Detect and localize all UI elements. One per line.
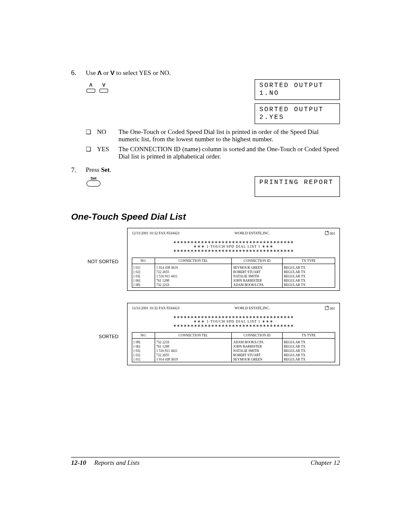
lcd-display-1: SORTED OUTPUT 1.NO [255,79,340,100]
side-label-not-sorted: NOT SORTED [71,228,127,264]
cell-no: [ 06] [132,279,155,283]
title-mid: ∗∗∗ 1-TOUCH SPD DIAL LIST 1 ∗∗∗ [132,244,335,249]
report-pageno: 001 [325,306,335,311]
cell-tx: REGULAR TX [282,358,335,362]
down-button[interactable]: V [100,81,108,93]
text: . [109,166,111,173]
cell-id: ROBERT STUART [231,353,282,358]
table-row: [ 06]761 1298JOHN BARRISTERREGULAR TX [132,279,335,283]
cell-id: ROBERT STUART [231,270,282,274]
col-id: CONNECTION ID [231,258,282,264]
cell-no: [ 01] [132,358,155,362]
up-button[interactable]: Λ [87,81,95,93]
star-line: ∗∗∗∗∗∗∗∗∗∗∗∗∗∗∗∗∗∗∗∗∗∗∗∗∗∗∗∗∗∗∗∗∗∗∗ [132,324,335,328]
cell-tx: REGULAR TX [282,349,335,353]
report-sorted: SORTED 12/31/2001 10:32 FAX 8334423 WORL… [71,303,340,366]
option-key: NO [97,128,118,143]
page-icon [325,231,329,236]
report-table: NO. CONNECTION TEL CONNECTION ID TX TYPE… [132,332,335,362]
cell-no: [ 08] [132,340,155,345]
table-row: [ 03]1 516 911 4411NATALIE SMITHREGULAR … [132,349,335,353]
text: or [102,69,110,76]
set-button[interactable]: Set [71,176,100,187]
page-footer: 12-10 Reports and Lists Chapter 12 [71,457,340,467]
up-glyph: Λ [97,69,102,76]
lcd-line: 1.NO [259,90,335,97]
cell-no: [ 08] [132,283,155,287]
title-mid: ∗∗∗ 1-TOUCH SPD DIAL LIST 1 ∗∗∗ [132,319,335,324]
text: Press [86,166,101,173]
cell-tx: REGULAR TX [282,279,335,283]
cell-tel: 1 516 911 4411 [155,349,232,353]
bold-text: Set [101,166,109,173]
lcd-line: SORTED OUTPUT [259,82,335,90]
star-line: ∗∗∗∗∗∗∗∗∗∗∗∗∗∗∗∗∗∗∗∗∗∗∗∗∗∗∗∗∗∗∗∗∗∗∗ [132,315,335,319]
cell-id: JOHN BARRISTER [231,279,282,283]
lcd-line: PRINTING REPORT [259,179,335,187]
step-7: 7. Press Set. [71,166,340,174]
option-yes: ❏ YES The CONNECTION ID (name) column is… [86,146,340,160]
cell-no: [ 01] [132,266,155,270]
cell-tel: 722 2655 [155,270,232,274]
footer-left: 12-10 Reports and Lists [71,459,140,467]
set-button-icon [87,180,100,187]
table-header: NO. CONNECTION TEL CONNECTION ID TX TYPE [132,333,335,339]
cell-tel: 761 1298 [155,279,232,283]
cell-tx: REGULAR TX [282,353,335,358]
down-glyph: V [110,69,115,76]
text: Use [86,69,97,76]
table-row: [ 01]1 914 438 3619SEYMOUR GREENREGULAR … [132,358,335,362]
cell-tx: REGULAR TX [282,340,335,345]
col-tel: CONNECTION TEL [155,258,232,264]
col-tel: CONNECTION TEL [155,333,232,339]
footer-chapter: Chapter 12 [311,459,340,467]
lcd-display-2: SORTED OUTPUT 2.YES [255,103,340,124]
report-timestamp: 12/31/2001 10:32 FAX 8334423 [132,231,180,236]
table-row: [ 03]1 516 911 4411NATALIE SMITHREGULAR … [132,274,335,279]
option-text: The One-Touch or Coded Speed Dial list i… [118,128,340,143]
side-label-sorted: SORTED [71,303,127,339]
lcd-display-3: PRINTING REPORT [255,176,340,197]
col-tx: TX TYPE [282,333,335,339]
report-title: ∗∗∗∗∗∗∗∗∗∗∗∗∗∗∗∗∗∗∗∗∗∗∗∗∗∗∗∗∗∗∗∗∗∗∗ ∗∗∗ … [132,240,335,253]
cell-id: NATALIE SMITH [231,349,282,353]
option-no: ❏ NO The One-Touch or Coded Speed Dial l… [86,128,340,143]
bullet-icon: ❏ [86,146,97,160]
cell-id: NATALIE SMITH [231,274,282,279]
cell-tx: REGULAR TX [282,345,335,349]
options-block: ❏ NO The One-Touch or Coded Speed Dial l… [86,128,340,160]
table-row: [ 08]732 2233ADAM BOOKS.CPAREGULAR TX [132,340,335,345]
cell-tel: 722 2655 [155,353,232,358]
step-number: 6. [71,69,86,77]
cell-id: ADAM BOOKS.CPA [231,340,282,345]
table-header: NO. CONNECTION TEL CONNECTION ID TX TYPE [132,258,335,264]
step-text: Press Set. [86,166,340,174]
report-pageno: 001 [325,231,335,236]
cell-tel: 1 914 438 3619 [155,266,232,270]
cell-tx: REGULAR TX [282,270,335,274]
cell-tel: 732 2233 [155,340,232,345]
step-6: 6. Use Λ or V to select YES or NO. [71,69,340,77]
table-row: [ 06]761 1298JOHN BARRISTERREGULAR TX [132,345,335,349]
option-text: The CONNECTION ID (name) column is sorte… [118,146,340,160]
set-button-label: Set [87,176,100,180]
cell-no: [ 03] [132,349,155,353]
cell-id: SEYMOUR GREEN [231,266,282,270]
cell-tx: REGULAR TX [282,274,335,279]
arrow-buttons: Λ V [71,79,108,93]
step6-row: Λ V SORTED OUTPUT 1.NO SORTED OUTPUT 2.Y… [71,79,340,124]
report-printout-2: 12/31/2001 10:32 FAX 8334423 WORLD ESTAT… [127,303,340,366]
cell-tel: 761 1298 [155,345,232,349]
chevron-up-icon: Λ [89,82,92,87]
page-icon [325,306,329,311]
cell-id: JOHN BARRISTER [231,345,282,349]
report-table: NO. CONNECTION TEL CONNECTION ID TX TYPE… [132,258,335,288]
col-tx: TX TYPE [282,258,335,264]
lcd-line: 2.YES [259,114,335,121]
report-timestamp: 12/31/2001 10:32 FAX 8334423 [132,306,180,311]
lcd-line: SORTED OUTPUT [259,106,335,114]
footer-section: Reports and Lists [94,459,140,466]
cell-tel: 1 914 438 3619 [155,358,232,362]
step7-row: Set PRINTING REPORT [71,176,340,197]
report-title: ∗∗∗∗∗∗∗∗∗∗∗∗∗∗∗∗∗∗∗∗∗∗∗∗∗∗∗∗∗∗∗∗∗∗∗ ∗∗∗ … [132,315,335,328]
